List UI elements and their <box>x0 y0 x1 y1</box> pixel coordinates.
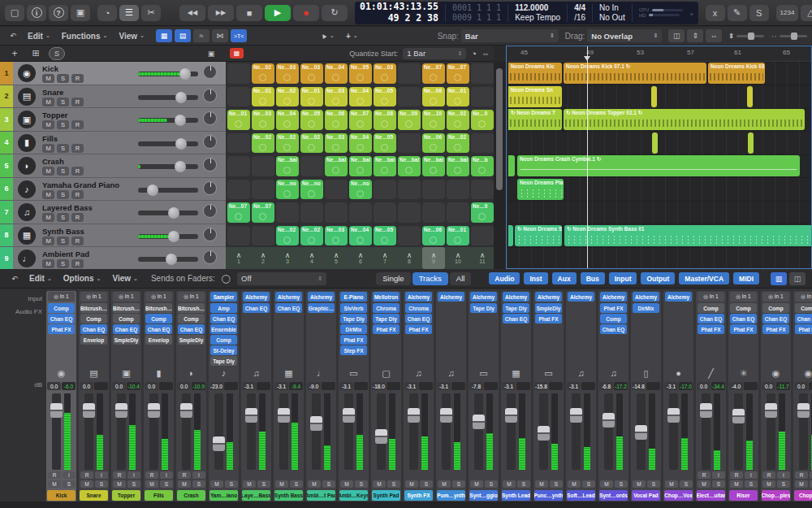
s-button[interactable]: S <box>57 237 69 245</box>
s-button[interactable]: S <box>57 213 69 222</box>
mixer-toggle-icon[interactable]: ☰ <box>119 5 139 21</box>
fader-db-value[interactable]: -18.0 <box>372 382 386 390</box>
input-monitor-button[interactable]: I <box>777 471 790 479</box>
channel-name-plate[interactable]: Crash <box>177 490 205 501</box>
loop-cell[interactable]: Ne…03 <box>252 110 274 130</box>
channel-name-plate[interactable]: Yam…iano <box>209 490 238 501</box>
solo-button[interactable]: S <box>680 480 693 488</box>
input-slot[interactable]: Alchemy <box>568 292 594 302</box>
loop-cell[interactable]: Ne…07 <box>422 63 445 84</box>
r-button[interactable]: R <box>71 237 84 245</box>
record-enable-button[interactable]: R <box>698 471 710 479</box>
list-view-button[interactable]: ▤ <box>175 29 191 42</box>
inspector-icon[interactable]: i <box>27 5 46 21</box>
mixer-layout-icon-1[interactable]: ◫ <box>789 272 806 285</box>
loop-cell[interactable]: Ne…02 <box>252 63 274 84</box>
input-slot[interactable]: Alchemy <box>600 292 627 302</box>
scene-trigger-4[interactable]: ∧4 <box>300 247 323 269</box>
menu-edit[interactable]: Edit⌄ <box>28 32 50 41</box>
loop-cell[interactable]: Ne…01 <box>252 87 274 107</box>
mixer-menu-edit[interactable]: Edit⌄ <box>29 274 52 283</box>
empty-cell-slot[interactable] <box>374 202 396 223</box>
channel-strip-soft-lead[interactable]: Alchemy♫-3.1MSSoft…Lead <box>566 291 596 502</box>
loop-cell[interactable]: Ne…01 <box>447 226 469 246</box>
channel-name-plate[interactable]: Synth FX <box>404 490 433 501</box>
track-pan-knob[interactable] <box>203 250 217 264</box>
fader-lane[interactable] <box>377 393 386 470</box>
empty-cell-slot[interactable] <box>227 87 250 107</box>
fader-cap[interactable] <box>278 408 290 423</box>
quick-help-icon[interactable]: ? <box>49 5 68 21</box>
fader-cap[interactable] <box>505 408 517 423</box>
track-volume-thumb[interactable] <box>175 115 186 126</box>
fader-cap[interactable] <box>732 409 745 423</box>
menu-view[interactable]: View⌄ <box>119 32 144 41</box>
loop-cell[interactable]: Ne…no <box>300 180 323 200</box>
fader-db-value[interactable]: -14.8 <box>632 382 646 390</box>
loop-cell[interactable]: Ne…09 <box>398 110 421 130</box>
empty-cell-slot[interactable] <box>252 180 274 200</box>
m-button[interactable]: M <box>42 98 54 106</box>
loop-cell[interactable]: Ne…b <box>471 156 494 176</box>
channel-strip-chop-ples[interactable]: ◎ In 1CompChan EQPhat FX◉0.0-11.7RIMSCho… <box>761 291 791 502</box>
fader-db-value[interactable]: -3.1 <box>404 382 418 390</box>
mute-button[interactable]: M <box>308 480 321 488</box>
track-volume-slider[interactable] <box>138 118 198 123</box>
empty-cell-slot[interactable] <box>471 87 494 107</box>
track-volume-slider[interactable] <box>138 164 198 169</box>
fader-cap[interactable] <box>440 408 452 423</box>
track-header-topper[interactable]: 3▣TopperMSR <box>0 108 226 132</box>
fader-lane[interactable] <box>474 393 483 470</box>
track-pan-knob[interactable] <box>203 204 217 218</box>
fader-db-value[interactable]: -3.1 <box>274 382 288 390</box>
fader-cap[interactable] <box>310 416 322 431</box>
mute-button[interactable]: M <box>762 480 775 488</box>
record-enable-button[interactable]: R <box>80 471 93 479</box>
mute-button[interactable]: M <box>373 480 386 488</box>
track-pan-knob[interactable] <box>203 158 217 172</box>
region-neon-dreams-crash-cymbal-1-[interactable]: Neon Dreams Crash Cymbal.1 ↻ <box>517 155 800 176</box>
s-button[interactable]: S <box>57 167 69 176</box>
s-button[interactable]: S <box>57 144 69 153</box>
fx-slot-tape-dly[interactable]: Tape Dly <box>503 303 529 313</box>
smart-controls-icon[interactable]: ◔ <box>97 5 117 21</box>
region-clip[interactable] <box>747 86 753 107</box>
play-button[interactable]: ▶ <box>265 5 291 21</box>
loop-cell[interactable]: Ne…03 <box>276 63 299 84</box>
fader-cap[interactable] <box>343 408 355 423</box>
fx-slot-smpledly[interactable]: SmpleDly <box>535 303 562 313</box>
fx-slot-chan-eq[interactable]: Chan EQ <box>145 324 172 334</box>
m-button[interactable]: M <box>42 74 54 83</box>
fader-db-value[interactable]: -3.1 <box>664 382 678 390</box>
input-slot[interactable]: ◎ In 1 <box>698 292 724 302</box>
fader-lane[interactable] <box>442 393 451 470</box>
metronome-button[interactable]: △ <box>801 5 812 21</box>
filter-master-vca[interactable]: Master/VCA <box>679 272 729 284</box>
loop-cell[interactable]: Ne…06 <box>422 133 445 154</box>
fx-slot-comp[interactable]: Comp <box>698 303 724 313</box>
track-volume-slider[interactable] <box>138 95 198 100</box>
fx-slot-chan-eq[interactable]: Chan EQ <box>600 324 627 334</box>
channel-strip-ambi-t-pad[interactable]: AlchemyGraphic…♩-9.0MSAmbi…t Pad <box>306 291 336 502</box>
track-pan-knob[interactable] <box>203 181 217 195</box>
fader-db-value[interactable]: 0.0 <box>80 382 93 390</box>
fx-slot-chroma[interactable]: Chroma <box>373 303 400 313</box>
channel-name-plate[interactable]: Chop… <box>794 490 812 501</box>
fx-slot-chroma[interactable]: Chroma <box>405 303 432 313</box>
track-volume-thumb[interactable] <box>175 161 186 172</box>
fx-slot-phat-fx[interactable]: Phat FX <box>373 324 400 334</box>
loop-cell[interactable]: Ne…03 <box>325 133 348 154</box>
empty-cell-slot[interactable] <box>227 180 250 200</box>
record-enable-button[interactable]: R <box>48 471 61 479</box>
power-icon[interactable]: ◯ <box>222 274 231 283</box>
input-slot[interactable]: ◎ In 1 <box>113 292 140 302</box>
track-volume-thumb[interactable] <box>175 92 187 103</box>
empty-cell-slot[interactable] <box>447 202 469 223</box>
empty-cell-slot[interactable] <box>447 180 469 200</box>
toolbar-chooser-icon[interactable]: ▣ <box>71 5 90 21</box>
loop-cell[interactable]: Ne…04 <box>325 63 348 84</box>
record-enable-button[interactable]: R <box>178 471 191 479</box>
track-header-synth-bass[interactable]: 8▦Synth BassMSR <box>0 224 226 248</box>
solo-button[interactable]: S <box>550 480 563 488</box>
secondary-tool-menu[interactable]: +⌄ <box>346 32 358 41</box>
